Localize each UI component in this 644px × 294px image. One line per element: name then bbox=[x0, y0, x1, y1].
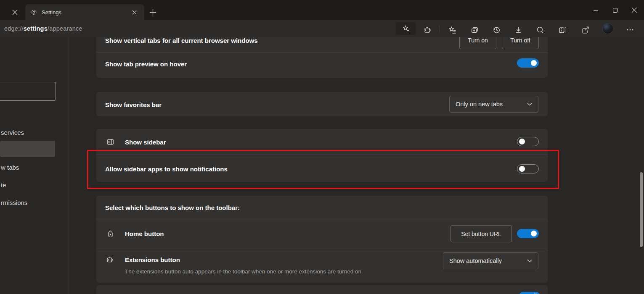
browser-window: Settings edge://settings/appearance bbox=[0, 0, 644, 294]
maximize-button[interactable] bbox=[605, 0, 625, 20]
minimize-button[interactable] bbox=[586, 0, 605, 20]
more-menu-icon[interactable] bbox=[624, 24, 636, 36]
favorites-hub-icon[interactable] bbox=[446, 24, 458, 36]
red-highlight-rectangle bbox=[87, 150, 559, 189]
sidebar-item-start-home-new-tabs[interactable]: w tabs bbox=[1, 164, 19, 171]
home-button-label: Home button bbox=[125, 230, 164, 237]
vertical-tabs-label: Show vertical tabs for all current brows… bbox=[105, 37, 258, 44]
row-divider bbox=[96, 219, 548, 219]
row-divider bbox=[96, 52, 548, 52]
url-path: /appearance bbox=[48, 25, 82, 32]
url-scheme: edge:// bbox=[4, 25, 24, 32]
sidebar-item-cookies-permissions[interactable]: rmissions bbox=[1, 199, 27, 206]
set-button-url-button[interactable]: Set button URL bbox=[451, 225, 512, 242]
card-tabs-settings: Show vertical tabs for all current brows… bbox=[96, 37, 548, 78]
tab-preview-toggle[interactable] bbox=[517, 58, 539, 68]
extensions-button-description: The extensions button auto appears in th… bbox=[125, 268, 363, 275]
tab-title: Settings bbox=[42, 9, 130, 16]
sidebar-item-share-copy-paste[interactable]: te bbox=[1, 181, 6, 189]
address-bar: edge://settings/appearance bbox=[0, 20, 644, 37]
chevron-down-icon bbox=[527, 259, 532, 262]
card-next-partial bbox=[96, 285, 548, 294]
sidebar-divider bbox=[69, 37, 69, 294]
show-sidebar-icon bbox=[106, 138, 114, 146]
add-favorite-button[interactable] bbox=[396, 22, 416, 35]
extensions-icon bbox=[106, 256, 114, 264]
card-toolbar-buttons: Select which buttons to show on the tool… bbox=[96, 196, 548, 283]
toolbar-divider bbox=[440, 26, 440, 33]
turn-on-button[interactable]: Turn on bbox=[459, 37, 496, 49]
tab-settings[interactable]: Settings bbox=[25, 4, 144, 20]
gear-icon bbox=[30, 9, 37, 16]
url-host: settings bbox=[24, 25, 48, 32]
home-button-toggle[interactable] bbox=[517, 229, 539, 238]
toggle-knob bbox=[531, 60, 537, 66]
settings-page: services w tabs te rmissions Show vertic… bbox=[0, 37, 644, 294]
toggle-knob bbox=[519, 139, 525, 144]
settings-search-input[interactable] bbox=[0, 82, 56, 101]
share-icon[interactable] bbox=[579, 24, 591, 36]
partial-tab-close-icon[interactable] bbox=[10, 8, 19, 17]
sidebar-item-appearance[interactable] bbox=[0, 141, 55, 157]
scrollbar-thumb[interactable] bbox=[640, 172, 643, 247]
extensions-toolbar-icon[interactable] bbox=[421, 24, 433, 36]
url-field[interactable]: edge://settings/appearance bbox=[4, 20, 82, 37]
toolbar-section-label: Select which buttons to show on the tool… bbox=[105, 204, 240, 211]
close-window-button[interactable] bbox=[625, 0, 644, 20]
show-sidebar-toggle[interactable] bbox=[517, 137, 539, 146]
extensions-button-label: Extensions button bbox=[125, 256, 180, 263]
tab-close-icon[interactable] bbox=[130, 8, 138, 16]
partial-row-toggle[interactable] bbox=[519, 292, 541, 294]
chevron-down-icon bbox=[527, 102, 532, 106]
history-icon[interactable] bbox=[490, 24, 502, 36]
extensions-button-dropdown[interactable]: Show automatically bbox=[443, 252, 538, 269]
tab-preview-label: Show tab preview on hover bbox=[105, 60, 187, 68]
toggle-knob bbox=[531, 231, 537, 236]
tab-strip: Settings bbox=[0, 0, 644, 20]
sidebar-item-privacy-services[interactable]: services bbox=[1, 129, 24, 136]
web-capture-icon[interactable] bbox=[534, 24, 546, 36]
downloads-icon[interactable] bbox=[512, 24, 524, 36]
turn-off-button[interactable]: Turn off bbox=[502, 37, 539, 49]
window-controls bbox=[586, 0, 644, 20]
profile-avatar[interactable] bbox=[602, 23, 613, 34]
show-sidebar-label: Show sidebar bbox=[125, 139, 166, 146]
favorites-bar-dropdown[interactable]: Only on new tabs bbox=[449, 96, 538, 113]
new-tab-button[interactable] bbox=[148, 7, 158, 17]
dropdown-value: Only on new tabs bbox=[456, 101, 503, 108]
dropdown-value: Show automatically bbox=[449, 257, 502, 264]
favorites-bar-label: Show favorites bar bbox=[105, 101, 162, 108]
home-icon bbox=[106, 230, 114, 237]
split-screen-icon[interactable] bbox=[557, 24, 568, 36]
collections-icon[interactable] bbox=[469, 24, 480, 36]
card-favorites-bar: Show favorites bar Only on new tabs bbox=[96, 92, 548, 116]
add-favorite-icon bbox=[402, 24, 410, 33]
row-divider bbox=[96, 249, 548, 249]
